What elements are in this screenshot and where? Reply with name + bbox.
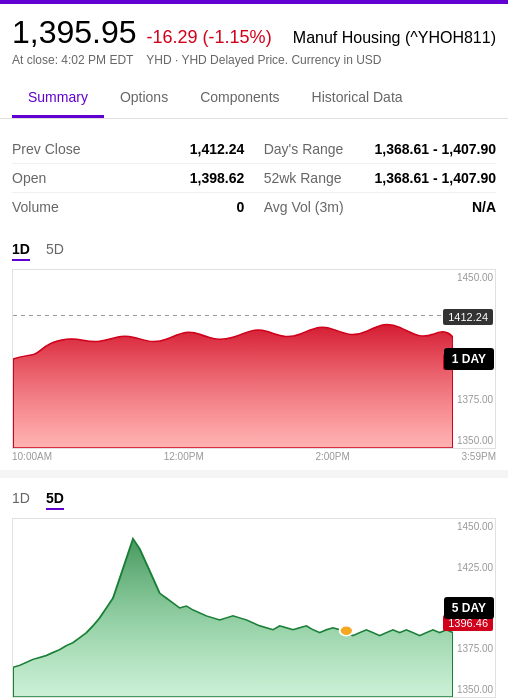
chart-1d-overlay-label: 1 DAY — [444, 348, 494, 370]
chart-1d-container: 1450.00 1425.00 1400.00 1375.00 1350.00 — [12, 269, 496, 449]
week-range-value: 1,368.61 - 1,407.90 — [375, 170, 496, 186]
volume-label: Volume — [12, 199, 59, 215]
avg-vol-label: Avg Vol (3m) — [264, 199, 344, 215]
chart-5d-section: 1D 5D 1450.00 1425.00 1400.00 1375.00 13… — [0, 486, 508, 699]
price-change: -16.29 (-1.15%) — [147, 27, 272, 48]
stock-name: Manuf Housing (^YHOH811) — [293, 29, 496, 47]
open-label: Open — [12, 170, 46, 186]
days-range-value: 1,368.61 - 1,407.90 — [375, 141, 496, 157]
prev-close-value: 1,412.24 — [190, 141, 245, 157]
chart-1d-x-labels: 10:00AM 12:00PM 2:00PM 3:59PM — [12, 449, 496, 462]
tab-summary[interactable]: Summary — [12, 79, 104, 118]
chart-5d-svg — [13, 519, 453, 697]
tab-options[interactable]: Options — [104, 79, 184, 118]
tab-components[interactable]: Components — [184, 79, 295, 118]
prev-close-label: Prev Close — [12, 141, 80, 157]
chart-5d-overlay-label: 5 DAY — [444, 597, 494, 619]
stock-price: 1,395.95 — [12, 14, 137, 51]
close-info: At close: 4:02 PM EDT — [12, 53, 133, 67]
chart-tab-5d-bottom[interactable]: 5D — [46, 490, 64, 510]
chart-tab-1d[interactable]: 1D — [12, 241, 30, 261]
header: 1,395.95 -16.29 (-1.15%) Manuf Housing (… — [0, 4, 508, 71]
days-range-label: Day's Range — [264, 141, 344, 157]
open-value: 1,398.62 — [190, 170, 245, 186]
chart-5d-container: 1450.00 1425.00 1400.00 1375.00 1350.00 — [12, 518, 496, 698]
week-range-label: 52wk Range — [264, 170, 342, 186]
chart-tab-5d-top[interactable]: 5D — [46, 241, 64, 261]
svg-point-1 — [340, 626, 353, 636]
chart-1d-prev-price: 1412.24 — [443, 309, 493, 325]
tabs-bar: Summary Options Components Historical Da… — [0, 79, 508, 119]
chart-tab-1d-bottom[interactable]: 1D — [12, 490, 30, 510]
tab-historical-data[interactable]: Historical Data — [296, 79, 419, 118]
chart-1d-section: 1D 5D 1450.00 1425.00 1400.00 1375.00 13… — [0, 237, 508, 462]
yhd-info: YHD · YHD Delayed Price. Currency in USD — [146, 53, 381, 67]
section-divider — [0, 470, 508, 478]
stats-section: Prev Close 1,412.24 Day's Range 1,368.61… — [0, 119, 508, 237]
avg-vol-value: N/A — [472, 199, 496, 215]
volume-value: 0 — [237, 199, 245, 215]
chart-1d-svg — [13, 270, 453, 448]
